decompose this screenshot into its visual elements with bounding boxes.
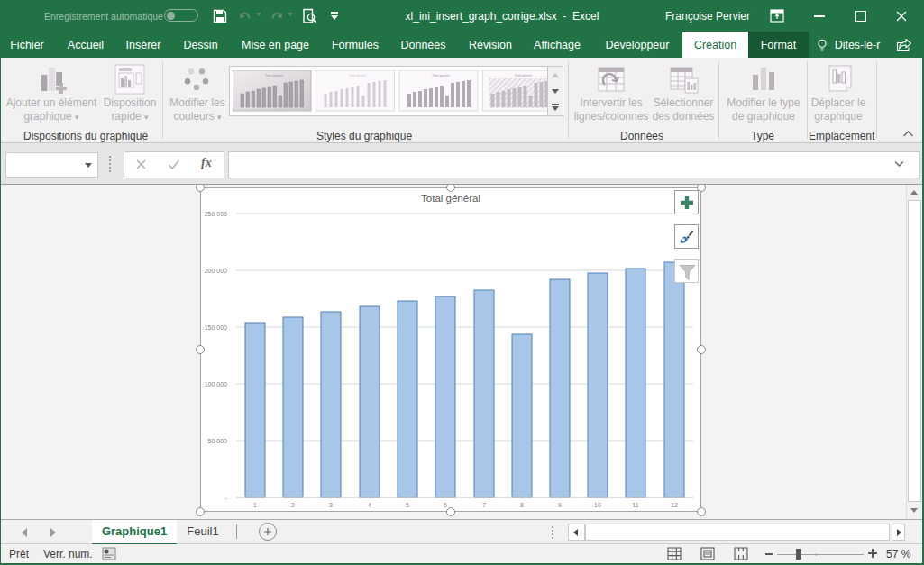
svg-text:11: 11: [632, 502, 638, 508]
svg-text:Total général: Total général: [515, 74, 533, 77]
svg-text:Total général: Total général: [421, 193, 480, 204]
svg-text:150 000: 150 000: [205, 324, 227, 331]
svg-text:6: 6: [444, 502, 447, 508]
svg-text:9: 9: [558, 502, 562, 508]
svg-text:10: 10: [594, 502, 601, 508]
svg-text:Total général: Total général: [265, 74, 283, 77]
svg-text:1: 1: [253, 502, 257, 508]
svg-text:2: 2: [291, 502, 295, 508]
svg-text:3: 3: [329, 502, 333, 508]
svg-text:50 000: 50 000: [208, 438, 228, 444]
svg-text:100 000: 100 000: [205, 381, 227, 387]
svg-text:-: -: [225, 495, 228, 501]
svg-text:12: 12: [671, 502, 678, 508]
svg-text:7: 7: [482, 502, 486, 508]
svg-text:8: 8: [520, 502, 524, 508]
svg-text:4: 4: [368, 502, 371, 508]
svg-text:250 000: 250 000: [205, 211, 227, 217]
svg-text:200 000: 200 000: [205, 268, 227, 274]
svg-text:Total général: Total général: [349, 74, 367, 77]
svg-text:Total général: Total général: [432, 74, 450, 77]
svg-text:5: 5: [406, 502, 409, 508]
